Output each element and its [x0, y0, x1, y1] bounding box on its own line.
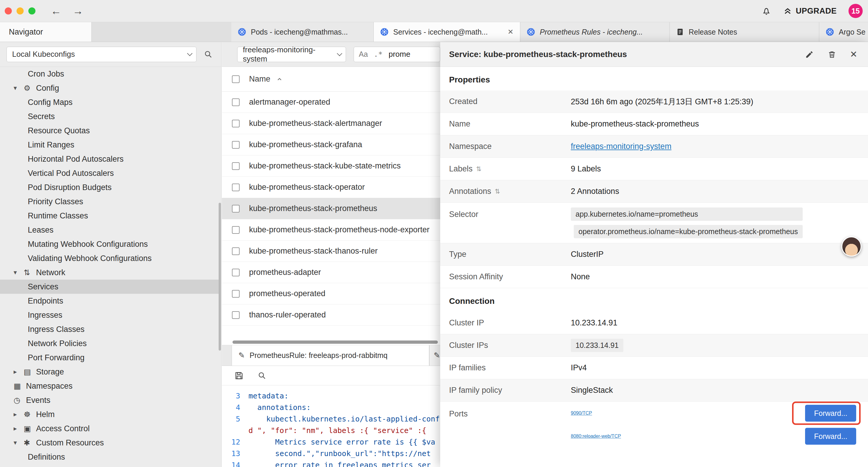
sidebar-item-label: Access Control [36, 424, 90, 433]
user-avatar[interactable] [841, 236, 862, 257]
sidebar-item[interactable]: ▾ ✱ Custom Resources [0, 436, 219, 450]
sidebar-item[interactable]: Leases [0, 223, 219, 237]
table-row[interactable]: kube-prometheus-stack-kube-state-metrics [222, 155, 440, 177]
sidebar-item[interactable]: Mutating Webhook Configurations [0, 237, 219, 251]
notification-count-badge[interactable]: 15 [848, 4, 863, 18]
name-column-header[interactable]: Name [249, 75, 270, 84]
regex-toggle[interactable]: .* [374, 50, 382, 59]
row-checkbox[interactable] [232, 247, 240, 255]
sidebar-item[interactable]: Config Maps [0, 95, 219, 109]
maximize-window-button[interactable] [28, 7, 35, 14]
sidebar-item[interactable]: Definitions [0, 450, 219, 464]
sidebar-item[interactable]: ▸ ▤ Storage [0, 365, 219, 379]
sidebar-item[interactable]: Priority Classes [0, 195, 219, 209]
row-checkbox[interactable] [232, 98, 240, 106]
select-all-checkbox[interactable] [232, 76, 240, 83]
row-checkbox[interactable] [232, 183, 240, 191]
row-checkbox[interactable] [232, 269, 240, 276]
sort-ascending-icon[interactable] [276, 76, 283, 83]
close-tab-icon[interactable]: ✕ [503, 28, 514, 36]
minimize-window-button[interactable] [17, 7, 24, 14]
table-row[interactable]: prometheus-adapter [222, 262, 440, 283]
port-link-9090[interactable]: 9090/TCP [571, 411, 592, 416]
sidebar-item[interactable]: ▦ Namespaces [0, 379, 219, 393]
sidebar-item[interactable]: ▸ ▣ Access Control [0, 421, 219, 436]
sidebar-item[interactable]: Cron Jobs [0, 67, 219, 81]
sidebar-item[interactable]: ▸ ☸ Helm [0, 407, 219, 421]
code-text: annotations: [248, 403, 311, 412]
forward-button-9090[interactable]: Forward... [805, 405, 856, 422]
sidebar-item[interactable]: Secrets [0, 109, 219, 123]
tab-pods[interactable]: Pods - icecheng@mathmas... [231, 22, 374, 42]
row-checkbox[interactable] [232, 311, 240, 319]
sidebar-item[interactable]: Services [0, 280, 219, 294]
table-row[interactable]: kube-prometheus-stack-prometheus-node-ex… [222, 219, 440, 241]
dock-tab-label: PrometheusRule: freeleaps-prod-rabbitmq [250, 351, 388, 360]
port-link-8080[interactable]: 8080:reloader-web/TCP [571, 434, 621, 439]
sidebar-item[interactable]: ◷ Events [0, 393, 219, 407]
table-row[interactable]: prometheus-operated [222, 283, 440, 304]
table-row[interactable]: kube-prometheus-stack-alertmanager [222, 113, 440, 134]
list-search-input[interactable]: Aa .* prome [354, 47, 440, 62]
table-row[interactable]: thanos-ruler-operated [222, 304, 440, 326]
namespace-link[interactable]: freeleaps-monitoring-system [571, 142, 672, 151]
sidebar-item[interactable]: Ingress Classes [0, 322, 219, 337]
row-checkbox[interactable] [232, 205, 240, 212]
sidebar-item[interactable]: Resource Quotas [0, 123, 219, 138]
match-case-toggle[interactable]: Aa [359, 50, 368, 59]
close-window-button[interactable] [5, 7, 12, 14]
save-icon[interactable] [232, 369, 246, 382]
tree-group-icon: ☸ [24, 410, 36, 419]
table-row[interactable]: kube-prometheus-stack-operator [222, 177, 440, 198]
sidebar-item[interactable]: Validating Webhook Configurations [0, 251, 219, 265]
expand-updown-icon[interactable]: ⇅ [495, 188, 500, 195]
table-row[interactable]: alertmanager-operated [222, 92, 440, 113]
sidebar-item[interactable]: Network Policies [0, 337, 219, 351]
table-row[interactable]: kube-prometheus-stack-thanos-ruler [222, 241, 440, 262]
tab-services[interactable]: Services - icecheng@math... ✕ [374, 22, 520, 42]
back-icon[interactable]: ← [51, 5, 61, 17]
line-number: 12 [222, 438, 240, 446]
forward-button-8080[interactable]: Forward... [805, 428, 856, 445]
sidebar-item[interactable]: Runtime Classes [0, 209, 219, 223]
scrollbar-thumb[interactable] [219, 203, 221, 351]
forward-icon[interactable]: → [73, 5, 83, 17]
sidebar-item-label: Secrets [28, 112, 55, 121]
tab-argo[interactable]: Argo Se [819, 22, 868, 42]
sidebar-item[interactable]: Limit Ranges [0, 138, 219, 152]
row-checkbox[interactable] [232, 120, 240, 127]
yaml-editor[interactable]: 3 metadata: 4 annotations: 5 kubectl.kub… [222, 385, 440, 467]
editor-search-icon[interactable] [255, 369, 269, 382]
sidebar-search-icon[interactable] [202, 48, 215, 61]
tab-release-notes[interactable]: Release Notes [670, 22, 819, 42]
kubeconfig-selector[interactable]: Local Kubeconfigs [6, 47, 196, 62]
upgrade-button[interactable]: UPGRADE [783, 6, 837, 16]
row-checkbox[interactable] [232, 141, 240, 149]
dock-tab-prometheusrule[interactable]: ✎ PrometheusRule: freeleaps-prod-rabbitm… [231, 345, 429, 366]
sidebar-item[interactable]: Horizontal Pod Autoscalers [0, 152, 219, 166]
sidebar-scrollbar[interactable] [218, 67, 221, 467]
edit-pencil-icon[interactable] [805, 50, 814, 59]
sidebar-item[interactable]: Pod Disruption Budgets [0, 180, 219, 195]
table-row[interactable]: kube-prometheus-stack-grafana [222, 134, 440, 155]
table-row[interactable]: kube-prometheus-stack-prometheus [222, 198, 440, 219]
sidebar-item[interactable]: ▾ ⇅ Network [0, 265, 219, 280]
sidebar-item-label: Namespaces [26, 382, 73, 391]
sidebar-item[interactable]: Vertical Pod Autoscalers [0, 166, 219, 180]
namespace-selector[interactable]: freeleaps-monitoring-system [237, 47, 346, 62]
sidebar-item[interactable]: ▾ ⚙ Config [0, 81, 219, 95]
expand-updown-icon[interactable]: ⇅ [476, 165, 482, 173]
row-checkbox[interactable] [232, 162, 240, 170]
close-panel-icon[interactable]: ✕ [850, 49, 857, 59]
delete-trash-icon[interactable] [828, 50, 836, 59]
sidebar-item[interactable]: Ingresses [0, 308, 219, 322]
row-checkbox[interactable] [232, 226, 240, 234]
sidebar-item[interactable]: Endpoints [0, 294, 219, 308]
scrollbar-thumb[interactable] [232, 341, 438, 344]
sidebar-item[interactable]: Port Forwarding [0, 351, 219, 365]
horizontal-scrollbar[interactable] [222, 339, 440, 345]
notifications-bell-icon[interactable] [761, 6, 771, 16]
tab-prometheus-rules[interactable]: Prometheus Rules - icecheng... [520, 22, 670, 42]
dock-tab-next-partial[interactable]: ✎ [429, 345, 440, 366]
row-checkbox[interactable] [232, 290, 240, 298]
